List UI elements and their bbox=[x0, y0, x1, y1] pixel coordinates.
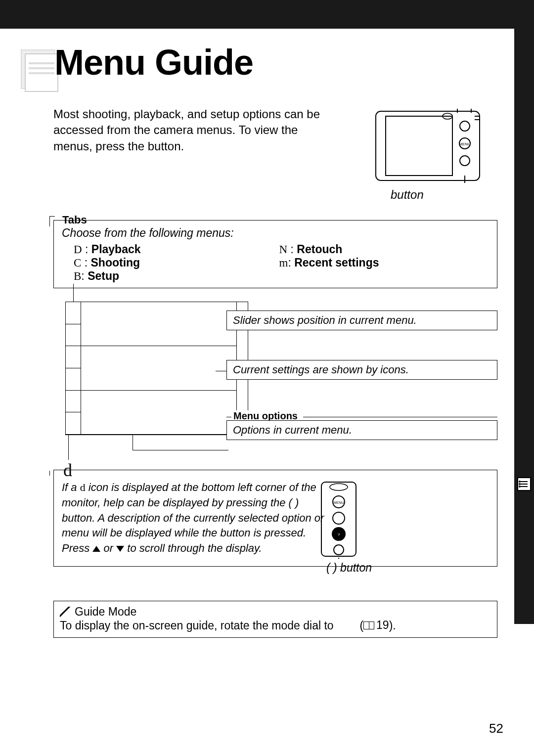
tabs-left-col: D : Playback C : Shooting B: Setup bbox=[74, 243, 141, 283]
top-bar bbox=[0, 0, 534, 29]
right-bar bbox=[514, 29, 534, 624]
svg-point-8 bbox=[460, 121, 470, 131]
t: ). bbox=[389, 619, 396, 632]
svg-point-4 bbox=[519, 484, 520, 485]
tabs-box: Choose from the following menus: D : Pla… bbox=[53, 220, 497, 288]
svg-text:MENU: MENU bbox=[459, 142, 471, 146]
up-arrow-icon bbox=[92, 546, 100, 552]
tab-symbol: N bbox=[279, 243, 288, 256]
svg-point-5 bbox=[519, 486, 520, 487]
callout-settings: Current settings are shown by icons. bbox=[226, 360, 497, 380]
connector-line bbox=[303, 417, 497, 417]
guide-mode-title: Guide Mode bbox=[75, 605, 136, 619]
tab-name: Shooting bbox=[91, 256, 140, 269]
tab-symbol: C bbox=[74, 257, 81, 269]
tab-symbol: D bbox=[74, 243, 82, 256]
t: or bbox=[100, 542, 116, 554]
t: If a bbox=[62, 481, 80, 493]
svg-point-18 bbox=[333, 512, 345, 524]
guide-mode-text: To display the on-screen guide, rotate t… bbox=[60, 619, 491, 632]
help-button-caption: ( ) button bbox=[326, 561, 372, 575]
svg-point-11 bbox=[460, 156, 470, 166]
t: to scroll through the display. bbox=[124, 542, 262, 554]
t: ( bbox=[359, 619, 363, 632]
connector-line bbox=[73, 284, 74, 302]
page-title: Menu Guide bbox=[54, 42, 253, 83]
help-description-box: If a d icon is displayed at the bottom l… bbox=[53, 470, 497, 567]
intro-text: Most shooting, playback, and setup optio… bbox=[53, 106, 330, 154]
t: To display the on-screen guide, rotate t… bbox=[60, 619, 337, 632]
camera-caption: button bbox=[391, 188, 424, 202]
down-arrow-icon bbox=[116, 546, 124, 552]
svg-point-15 bbox=[330, 484, 348, 490]
tab-symbol: B bbox=[74, 270, 81, 282]
camera-back-illustration: MENU bbox=[373, 109, 482, 183]
page-ref-number: 19 bbox=[376, 619, 389, 632]
tab-name: Setup bbox=[88, 269, 119, 282]
lcd-screen-mock bbox=[65, 302, 248, 435]
guide-mode-box: Guide Mode To display the on-screen guid… bbox=[53, 601, 497, 638]
note-icon bbox=[60, 607, 71, 618]
tab-name: Retouch bbox=[297, 243, 342, 256]
tab-name: Recent settings bbox=[294, 256, 379, 269]
manual-page: Menu Guide Most shooting, playback, and … bbox=[0, 0, 534, 756]
menu-list-tab-icon bbox=[517, 477, 531, 491]
svg-point-21 bbox=[334, 545, 344, 555]
help-icon-inline: d bbox=[80, 481, 86, 493]
tabs-subtitle: Choose from the following menus: bbox=[62, 226, 489, 240]
connector-line bbox=[133, 450, 228, 450]
callout-menu-options: Options in current menu. bbox=[226, 420, 497, 440]
page-ref-icon bbox=[363, 622, 374, 629]
help-text: If a d icon is displayed at the bottom l… bbox=[62, 480, 331, 556]
svg-text:MENU: MENU bbox=[334, 501, 344, 504]
connector-line bbox=[133, 435, 133, 450]
tab-symbol: m bbox=[279, 257, 288, 269]
connector-line bbox=[226, 417, 231, 417]
tabs-right-col: N : Retouch m: Recent settings bbox=[279, 243, 379, 283]
page-number: 52 bbox=[489, 721, 503, 736]
svg-rect-7 bbox=[386, 116, 452, 176]
callout-slider: Slider shows position in current menu. bbox=[226, 311, 497, 330]
svg-text:?: ? bbox=[338, 533, 340, 537]
camera-side-illustration: MENU ? bbox=[319, 480, 358, 559]
tab-name: Playback bbox=[91, 243, 141, 256]
chapter-icon bbox=[21, 49, 55, 89]
svg-point-3 bbox=[519, 481, 520, 482]
